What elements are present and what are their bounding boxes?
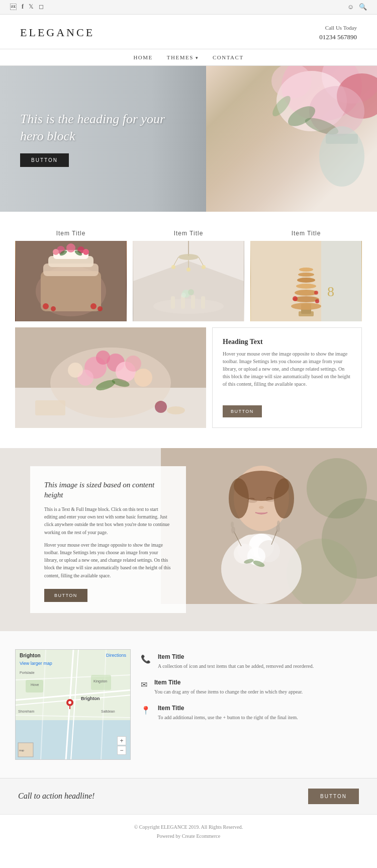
- map-inner: Portslade Hove Brighton Kingston Shoreha…: [16, 650, 130, 759]
- site-logo[interactable]: ELEGANCE: [20, 26, 95, 39]
- contact-title-2: Item Title: [154, 679, 303, 686]
- footer-copyright: © Copyright ELEGANCE 2019. All Rights Re…: [8, 823, 369, 832]
- svg-point-38: [153, 299, 224, 314]
- svg-point-45: [181, 293, 186, 298]
- hero-background-image: [206, 66, 377, 212]
- text-box: Heading Text Hover your mouse over the i…: [212, 327, 362, 428]
- contact-text-1: A collection of icon and text items that…: [158, 662, 314, 670]
- svg-text:Brighton: Brighton: [81, 696, 100, 701]
- contact-title-1: Item Title: [158, 653, 314, 660]
- chandelier-image: [133, 241, 244, 321]
- svg-text:8: 8: [327, 284, 334, 299]
- svg-rect-42: [201, 296, 205, 309]
- full-image-content: This image is sized based on content hei…: [30, 466, 186, 613]
- svg-point-71: [68, 363, 83, 378]
- svg-point-50: [291, 303, 321, 310]
- map-view-larger-link[interactable]: View larger map: [20, 661, 52, 666]
- text-box-button[interactable]: BUTTON: [223, 405, 262, 417]
- instagram-icon[interactable]: ◻: [39, 3, 44, 11]
- svg-point-59: [314, 291, 318, 295]
- hero-section: This is the heading for your hero block …: [0, 66, 377, 212]
- svg-point-87: [274, 478, 294, 518]
- svg-point-35: [171, 265, 175, 269]
- hero-flowers-svg: [221, 66, 377, 212]
- site-header: ELEGANCE Call Us Today 01234 567890: [0, 15, 377, 49]
- contact-item-address: 📍 Item Title To add additional items, us…: [141, 705, 362, 721]
- svg-point-18: [66, 243, 75, 252]
- contact-item-email-text: Item Title You can drag any of these ite…: [154, 679, 303, 696]
- map-zoom-controls: + −: [117, 736, 126, 755]
- svg-text:Saltdean: Saltdean: [101, 710, 115, 713]
- svg-point-75: [155, 401, 167, 413]
- phone-number[interactable]: 01234 567890: [319, 32, 357, 42]
- item-title-1: Item Title: [15, 230, 127, 237]
- svg-point-68: [96, 351, 110, 365]
- header-icons: ☺ 🔍: [347, 3, 367, 11]
- map-directions-link[interactable]: Directions: [106, 653, 126, 658]
- contact-section: Portslade Hove Brighton Kingston Shoreha…: [0, 631, 377, 778]
- nav-contact[interactable]: CONTACT: [213, 54, 244, 60]
- user-icon[interactable]: ☺: [347, 3, 354, 11]
- second-row: Heading Text Hover your mouse over the i…: [15, 327, 362, 428]
- hero-content: This is the heading for your hero block …: [0, 111, 211, 167]
- svg-point-86: [229, 478, 249, 518]
- svg-rect-41: [191, 295, 195, 309]
- svg-point-54: [297, 278, 315, 283]
- bride-image: [161, 448, 377, 604]
- item-col-1: Item Title: [15, 230, 127, 321]
- contact-text-3: To add additional items, use the + butto…: [158, 714, 298, 721]
- svg-rect-39: [171, 296, 175, 309]
- donut-tower-image: 8: [250, 241, 362, 321]
- svg-point-98: [231, 522, 234, 528]
- hero-button[interactable]: BUTTON: [20, 153, 69, 167]
- text-box-heading: Heading Text: [223, 338, 351, 346]
- svg-point-20: [53, 249, 59, 255]
- svg-point-25: [51, 306, 56, 311]
- facebook-icon[interactable]: f: [22, 3, 24, 11]
- social-links:  f 𝕏 ◻: [10, 3, 44, 11]
- twitter-icon[interactable]: 𝕏: [29, 3, 34, 11]
- contact-item-phone: 📞 Item Title A collection of icon and te…: [141, 653, 362, 670]
- svg-point-58: [315, 299, 319, 303]
- cake-image: [15, 241, 127, 321]
- svg-point-57: [293, 296, 298, 301]
- cta-button[interactable]: BUTTON: [308, 789, 359, 804]
- facebook-icon[interactable]: : [10, 3, 17, 11]
- svg-text:Portslade: Portslade: [20, 671, 35, 674]
- phone-icon: 📞: [141, 654, 151, 664]
- map-container: Portslade Hove Brighton Kingston Shoreha…: [15, 649, 131, 760]
- svg-point-36: [186, 268, 191, 272]
- search-icon[interactable]: 🔍: [359, 3, 367, 11]
- svg-point-121: [68, 701, 71, 704]
- contact-item-phone-text: Item Title A collection of icon and text…: [158, 653, 314, 670]
- contact-title-3: Item Title: [158, 705, 298, 712]
- nav-home[interactable]: HOME: [133, 54, 152, 60]
- svg-point-101: [277, 520, 280, 527]
- map-city-label: Brighton: [20, 653, 41, 658]
- full-image-button[interactable]: BUTTON: [44, 589, 87, 602]
- items-row-1: Item Title: [15, 230, 362, 321]
- svg-point-53: [296, 284, 316, 289]
- svg-rect-74: [35, 400, 65, 415]
- map-zoom-out[interactable]: −: [117, 746, 126, 755]
- hero-heading: This is the heading for your hero block: [20, 111, 191, 145]
- svg-point-56: [299, 268, 313, 272]
- contact-text-2: You can drag any of these items to chang…: [154, 688, 303, 696]
- svg-point-21: [83, 249, 89, 255]
- svg-text:Shoreham: Shoreham: [18, 710, 34, 713]
- svg-point-84: [259, 506, 264, 509]
- svg-point-97: [231, 527, 235, 534]
- svg-point-55: [298, 273, 314, 277]
- svg-text:Kingston: Kingston: [93, 679, 107, 683]
- map-zoom-in[interactable]: +: [117, 736, 126, 745]
- footer-powered: Powered by Create Ecommerce: [8, 832, 369, 841]
- text-box-body: Hover your mouse over the image opposite…: [223, 350, 351, 388]
- svg-point-76: [167, 406, 185, 414]
- svg-point-27: [98, 306, 103, 311]
- nav-themes[interactable]: THEMES: [167, 54, 199, 60]
- site-footer: © Copyright ELEGANCE 2019. All Rights Re…: [0, 814, 377, 849]
- item-title-3: Item Title: [250, 230, 362, 237]
- item-col-2: Item Title: [133, 230, 244, 321]
- item-image-1: [15, 241, 127, 321]
- item-title-2: Item Title: [133, 230, 244, 237]
